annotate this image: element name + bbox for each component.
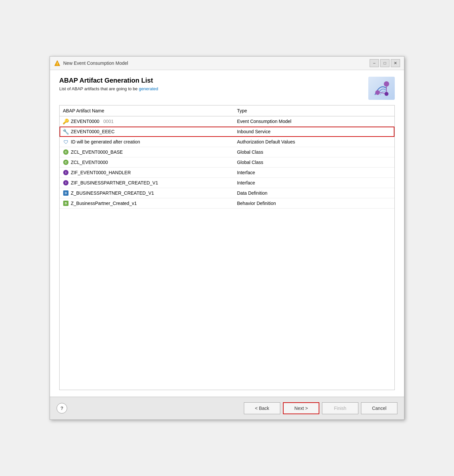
- artifact-type-cell: Interface: [234, 168, 394, 178]
- table-row[interactable]: 🔧 ZEVENT0000_EEEC Inbound Service: [60, 127, 394, 137]
- header-icon: [368, 77, 395, 100]
- row-icon: 🔧: [63, 129, 69, 135]
- back-button[interactable]: < Back: [244, 402, 280, 414]
- artifact-type-cell: Authorization Default Values: [234, 137, 394, 147]
- table-row[interactable]: C ZCL_EVENT0000_BASE Global Class: [60, 147, 394, 157]
- artifact-type-cell: Event Consumption Model: [234, 116, 394, 127]
- title-bar: ! New Event Consumption Model – □ ✕: [50, 57, 404, 70]
- svg-point-4: [375, 90, 380, 95]
- artifact-cell: I ZIF_BUSINESSPARTNER_CREATED_V1: [63, 180, 230, 186]
- svg-rect-2: [368, 77, 395, 100]
- artifact-cell: 🔑 ZEVENT0000 0001: [63, 118, 230, 124]
- row-icon: I: [63, 170, 69, 176]
- artifact-type-cell: Behavior Definition: [234, 198, 394, 209]
- col-header-type: Type: [234, 105, 394, 116]
- artifact-name: ZIF_EVENT0000_HANDLER: [71, 170, 131, 175]
- bottom-bar: ? < Back Next > Finish Cancel: [50, 397, 404, 419]
- artifact-name: Z_BUSINESSPARTNER_CREATED_V1: [71, 190, 154, 196]
- next-button[interactable]: Next >: [283, 402, 319, 414]
- artifact-name: ZCL_EVENT0000_BASE: [71, 149, 123, 155]
- artifact-cell: C ZCL_EVENT0000_BASE: [63, 149, 230, 155]
- main-window: ! New Event Consumption Model – □ ✕ ABAP…: [50, 56, 404, 420]
- artifact-cell: 🔧 ZEVENT0000_EEEC: [63, 129, 230, 135]
- artifact-name: Z_BusinessPartner_Created_v1: [71, 201, 137, 206]
- cancel-button[interactable]: Cancel: [361, 402, 397, 414]
- header-section: ABAP Artifact Generation List List of AB…: [59, 77, 395, 100]
- artifact-type-cell: Global Class: [234, 147, 394, 157]
- title-bar-left: ! New Event Consumption Model: [54, 60, 128, 66]
- artifact-name-cell: D Z_BUSINESSPARTNER_CREATED_V1: [60, 188, 234, 198]
- row-icon: I: [63, 180, 69, 186]
- page-subtitle: List of ABAP artifacts that are going to…: [59, 86, 158, 91]
- help-button[interactable]: ?: [57, 403, 67, 414]
- artifact-table: ABAP Artifact Name Type 🔑 ZEVENT0000 000…: [60, 105, 394, 209]
- table-row[interactable]: I ZIF_BUSINESSPARTNER_CREATED_V1 Interfa…: [60, 178, 394, 188]
- artifact-name-cell: C ZCL_EVENT0000: [60, 157, 234, 168]
- finish-button[interactable]: Finish: [322, 402, 358, 414]
- header-text: ABAP Artifact Generation List List of AB…: [59, 77, 158, 91]
- artifact-name-cell: 🔑 ZEVENT0000 0001: [60, 116, 234, 127]
- window-title: New Event Consumption Model: [63, 60, 128, 66]
- artifact-name-cell: B Z_BusinessPartner_Created_v1: [60, 198, 234, 209]
- row-icon: 🔑: [63, 118, 69, 124]
- table-row[interactable]: 🔑 ZEVENT0000 0001 Event Consumption Mode…: [60, 116, 394, 127]
- table-row[interactable]: 🛡 ID will be generated after creation Au…: [60, 137, 394, 147]
- row-icon: C: [63, 149, 69, 155]
- artifact-name: ZIF_BUSINESSPARTNER_CREATED_V1: [71, 180, 158, 185]
- artifact-cell: 🛡 ID will be generated after creation: [63, 139, 230, 145]
- artifact-name-cell: 🔧 ZEVENT0000_EEEC: [60, 127, 234, 137]
- minimize-button[interactable]: –: [370, 59, 379, 67]
- bottom-buttons: < Back Next > Finish Cancel: [244, 402, 397, 414]
- svg-point-3: [384, 81, 389, 87]
- artifact-name: ID will be generated after creation: [71, 139, 140, 144]
- artifact-name-cell: I ZIF_EVENT0000_HANDLER: [60, 168, 234, 178]
- artifact-type-cell: Interface: [234, 178, 394, 188]
- row-icon: B: [63, 200, 69, 206]
- artifact-type-cell: Global Class: [234, 157, 394, 168]
- table-row[interactable]: D Z_BUSINESSPARTNER_CREATED_V1 Data Defi…: [60, 188, 394, 198]
- artifact-table-container: ABAP Artifact Name Type 🔑 ZEVENT0000 000…: [59, 105, 395, 390]
- artifact-type-cell: Inbound Service: [234, 127, 394, 137]
- svg-text:!: !: [57, 62, 58, 66]
- artifact-name-cell: I ZIF_BUSINESSPARTNER_CREATED_V1: [60, 178, 234, 188]
- row-icon: D: [63, 190, 69, 196]
- table-row[interactable]: I ZIF_EVENT0000_HANDLER Interface: [60, 168, 394, 178]
- content-area: ABAP Artifact Generation List List of AB…: [50, 70, 404, 397]
- row-icon: C: [63, 159, 69, 165]
- subtitle-highlight: generated: [139, 86, 158, 91]
- col-header-name: ABAP Artifact Name: [60, 105, 234, 116]
- maximize-button[interactable]: □: [380, 59, 389, 67]
- artifact-name-cell: C ZCL_EVENT0000_BASE: [60, 147, 234, 157]
- table-header-row: ABAP Artifact Name Type: [60, 105, 394, 116]
- row-icon: 🛡: [63, 139, 69, 145]
- artifact-name: ZCL_EVENT0000: [71, 160, 108, 165]
- bottom-left: ?: [57, 403, 67, 414]
- window-controls: – □ ✕: [370, 59, 400, 67]
- table-row[interactable]: C ZCL_EVENT0000 Global Class: [60, 157, 394, 168]
- table-row[interactable]: B Z_BusinessPartner_Created_v1 Behavior …: [60, 198, 394, 209]
- artifact-cell: D Z_BUSINESSPARTNER_CREATED_V1: [63, 190, 230, 196]
- svg-point-5: [385, 92, 388, 96]
- close-button[interactable]: ✕: [391, 59, 400, 67]
- app-icon: !: [54, 60, 61, 66]
- artifact-cell: C ZCL_EVENT0000: [63, 159, 230, 165]
- artifact-name-cell: 🛡 ID will be generated after creation: [60, 137, 234, 147]
- artifact-cell: I ZIF_EVENT0000_HANDLER: [63, 170, 230, 176]
- artifact-name: ZEVENT0000 0001: [71, 119, 114, 124]
- page-title: ABAP Artifact Generation List: [59, 77, 158, 84]
- artifact-type-cell: Data Definition: [234, 188, 394, 198]
- artifact-name: ZEVENT0000_EEEC: [71, 129, 114, 134]
- artifact-cell: B Z_BusinessPartner_Created_v1: [63, 200, 230, 206]
